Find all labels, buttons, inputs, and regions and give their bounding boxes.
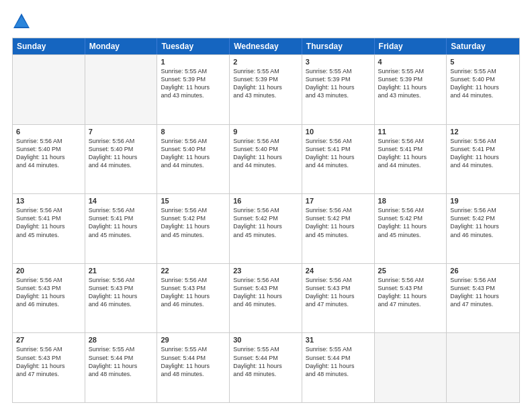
cal-cell-3-6: 18Sunrise: 5:56 AM Sunset: 5:42 PM Dayli… [375,194,447,263]
cell-info: Sunrise: 5:56 AM Sunset: 5:43 PM Dayligh… [161,276,226,309]
cell-info: Sunrise: 5:56 AM Sunset: 5:42 PM Dayligh… [378,206,443,239]
cal-cell-1-2 [85,55,158,124]
day-number: 30 [233,336,298,344]
cal-cell-5-1: 27Sunrise: 5:56 AM Sunset: 5:43 PM Dayli… [13,333,85,402]
day-number: 6 [16,128,81,136]
day-number: 26 [450,267,516,275]
calendar-body: 1Sunrise: 5:55 AM Sunset: 5:39 PM Daylig… [13,54,519,402]
cell-info: Sunrise: 5:55 AM Sunset: 5:39 PM Dayligh… [378,67,443,100]
day-header-tuesday: Tuesday [157,38,230,54]
cal-cell-1-1 [13,55,85,124]
week-row-3: 13Sunrise: 5:56 AM Sunset: 5:41 PM Dayli… [13,193,519,263]
cell-info: Sunrise: 5:56 AM Sunset: 5:41 PM Dayligh… [89,206,154,239]
day-number: 9 [233,128,298,136]
cell-info: Sunrise: 5:56 AM Sunset: 5:43 PM Dayligh… [450,276,516,309]
day-number: 22 [161,267,226,275]
cell-info: Sunrise: 5:55 AM Sunset: 5:44 PM Dayligh… [233,345,298,378]
cal-cell-2-1: 6Sunrise: 5:56 AM Sunset: 5:40 PM Daylig… [13,125,85,194]
cell-info: Sunrise: 5:56 AM Sunset: 5:40 PM Dayligh… [161,137,226,170]
cell-info: Sunrise: 5:56 AM Sunset: 5:42 PM Dayligh… [161,206,226,239]
cal-cell-2-5: 10Sunrise: 5:56 AM Sunset: 5:41 PM Dayli… [302,125,375,194]
cal-cell-5-3: 29Sunrise: 5:55 AM Sunset: 5:44 PM Dayli… [157,333,230,402]
day-number: 15 [161,197,226,205]
cal-cell-2-7: 12Sunrise: 5:56 AM Sunset: 5:41 PM Dayli… [447,125,519,194]
cal-cell-5-2: 28Sunrise: 5:55 AM Sunset: 5:44 PM Dayli… [85,333,158,402]
calendar: SundayMondayTuesdayWednesdayThursdayFrid… [12,38,520,403]
week-row-5: 27Sunrise: 5:56 AM Sunset: 5:43 PM Dayli… [13,332,519,402]
day-number: 12 [450,128,516,136]
cal-cell-2-6: 11Sunrise: 5:56 AM Sunset: 5:41 PM Dayli… [375,125,447,194]
cal-cell-5-5: 31Sunrise: 5:55 AM Sunset: 5:44 PM Dayli… [302,333,375,402]
header [12,12,520,31]
day-number: 20 [16,267,81,275]
day-number: 5 [450,58,516,66]
day-number: 16 [233,197,298,205]
cal-cell-4-6: 25Sunrise: 5:56 AM Sunset: 5:43 PM Dayli… [375,264,447,333]
cal-cell-5-7 [447,333,519,402]
day-number: 28 [89,336,154,344]
cell-info: Sunrise: 5:56 AM Sunset: 5:43 PM Dayligh… [378,276,443,309]
cal-cell-3-4: 16Sunrise: 5:56 AM Sunset: 5:42 PM Dayli… [230,194,302,263]
cal-cell-1-7: 5Sunrise: 5:55 AM Sunset: 5:40 PM Daylig… [447,55,519,124]
cell-info: Sunrise: 5:55 AM Sunset: 5:39 PM Dayligh… [161,67,226,100]
cal-cell-2-4: 9Sunrise: 5:56 AM Sunset: 5:40 PM Daylig… [230,125,302,194]
day-header-sunday: Sunday [13,38,85,54]
cell-info: Sunrise: 5:56 AM Sunset: 5:41 PM Dayligh… [450,137,516,170]
logo-icon [12,12,31,31]
cal-cell-3-1: 13Sunrise: 5:56 AM Sunset: 5:41 PM Dayli… [13,194,85,263]
day-number: 7 [89,128,154,136]
day-header-saturday: Saturday [447,38,519,54]
day-header-monday: Monday [85,38,158,54]
cell-info: Sunrise: 5:56 AM Sunset: 5:42 PM Dayligh… [306,206,371,239]
day-number: 23 [233,267,298,275]
cell-info: Sunrise: 5:56 AM Sunset: 5:41 PM Dayligh… [378,137,443,170]
page: SundayMondayTuesdayWednesdayThursdayFrid… [0,0,532,411]
day-number: 13 [16,197,81,205]
cal-cell-1-5: 3Sunrise: 5:55 AM Sunset: 5:39 PM Daylig… [302,55,375,124]
day-number: 11 [378,128,443,136]
cell-info: Sunrise: 5:56 AM Sunset: 5:43 PM Dayligh… [233,276,298,309]
week-row-1: 1Sunrise: 5:55 AM Sunset: 5:39 PM Daylig… [13,54,519,124]
day-number: 14 [89,197,154,205]
cell-info: Sunrise: 5:55 AM Sunset: 5:44 PM Dayligh… [89,345,154,378]
cal-cell-2-3: 8Sunrise: 5:56 AM Sunset: 5:40 PM Daylig… [157,125,230,194]
day-number: 18 [378,197,443,205]
svg-marker-1 [15,16,28,27]
cell-info: Sunrise: 5:55 AM Sunset: 5:39 PM Dayligh… [306,67,371,100]
cal-cell-4-2: 21Sunrise: 5:56 AM Sunset: 5:43 PM Dayli… [85,264,158,333]
cal-cell-2-2: 7Sunrise: 5:56 AM Sunset: 5:40 PM Daylig… [85,125,158,194]
cell-info: Sunrise: 5:56 AM Sunset: 5:41 PM Dayligh… [16,206,81,239]
week-row-4: 20Sunrise: 5:56 AM Sunset: 5:43 PM Dayli… [13,263,519,333]
cell-info: Sunrise: 5:56 AM Sunset: 5:43 PM Dayligh… [89,276,154,309]
cal-cell-1-6: 4Sunrise: 5:55 AM Sunset: 5:39 PM Daylig… [375,55,447,124]
cal-cell-3-3: 15Sunrise: 5:56 AM Sunset: 5:42 PM Dayli… [157,194,230,263]
cal-cell-4-5: 24Sunrise: 5:56 AM Sunset: 5:43 PM Dayli… [302,264,375,333]
cell-info: Sunrise: 5:56 AM Sunset: 5:42 PM Dayligh… [233,206,298,239]
cal-cell-3-7: 19Sunrise: 5:56 AM Sunset: 5:42 PM Dayli… [447,194,519,263]
day-number: 3 [306,58,371,66]
day-number: 17 [306,197,371,205]
cell-info: Sunrise: 5:55 AM Sunset: 5:44 PM Dayligh… [306,345,371,378]
day-number: 8 [161,128,226,136]
cell-info: Sunrise: 5:55 AM Sunset: 5:44 PM Dayligh… [161,345,226,378]
cell-info: Sunrise: 5:56 AM Sunset: 5:43 PM Dayligh… [306,276,371,309]
day-number: 25 [378,267,443,275]
day-number: 10 [306,128,371,136]
day-number: 4 [378,58,443,66]
day-header-friday: Friday [375,38,447,54]
cal-cell-3-2: 14Sunrise: 5:56 AM Sunset: 5:41 PM Dayli… [85,194,158,263]
cell-info: Sunrise: 5:56 AM Sunset: 5:43 PM Dayligh… [16,276,81,309]
day-number: 31 [306,336,371,344]
day-number: 2 [233,58,298,66]
cal-cell-4-4: 23Sunrise: 5:56 AM Sunset: 5:43 PM Dayli… [230,264,302,333]
cal-cell-4-7: 26Sunrise: 5:56 AM Sunset: 5:43 PM Dayli… [447,264,519,333]
calendar-header-row: SundayMondayTuesdayWednesdayThursdayFrid… [13,38,519,54]
day-number: 1 [161,58,226,66]
cell-info: Sunrise: 5:55 AM Sunset: 5:39 PM Dayligh… [233,67,298,100]
cal-cell-4-1: 20Sunrise: 5:56 AM Sunset: 5:43 PM Dayli… [13,264,85,333]
cal-cell-3-5: 17Sunrise: 5:56 AM Sunset: 5:42 PM Dayli… [302,194,375,263]
cell-info: Sunrise: 5:56 AM Sunset: 5:42 PM Dayligh… [450,206,516,239]
cell-info: Sunrise: 5:56 AM Sunset: 5:43 PM Dayligh… [16,345,81,378]
cal-cell-4-3: 22Sunrise: 5:56 AM Sunset: 5:43 PM Dayli… [157,264,230,333]
day-number: 29 [161,336,226,344]
